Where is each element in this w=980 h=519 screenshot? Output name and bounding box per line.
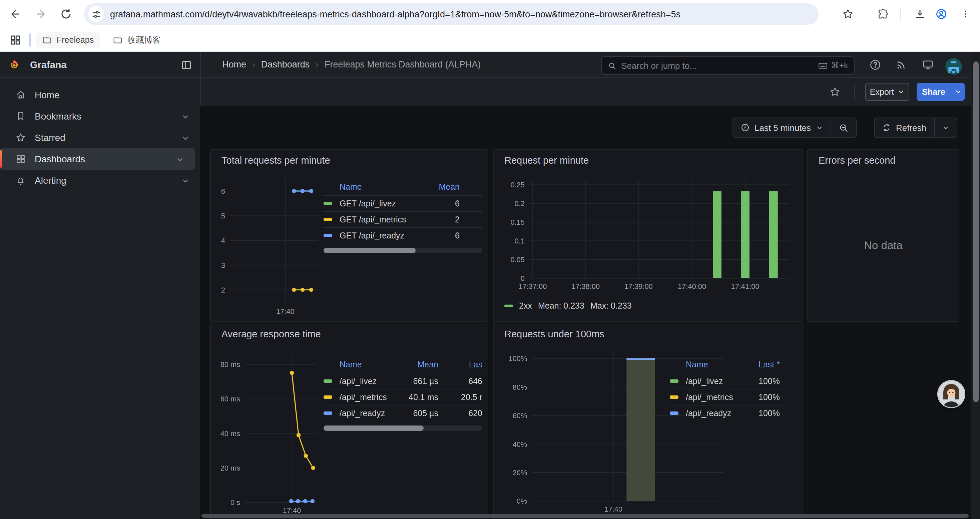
search-input[interactable]: Search or jump to... ⌘+k <box>601 56 854 75</box>
legend-stat: Max: 0.233 <box>590 301 632 311</box>
sidebar-item-starred[interactable]: Starred <box>0 127 200 148</box>
svg-text:0.15: 0.15 <box>510 218 524 227</box>
grafana-brand[interactable]: Grafana <box>30 59 67 70</box>
grafana-logo-icon[interactable] <box>8 59 21 72</box>
svg-text:0.2: 0.2 <box>515 200 525 208</box>
legend-value: Mean <box>399 360 438 369</box>
scrollbar-thumb[interactable] <box>323 248 415 253</box>
search-placeholder: Search or jump to... <box>621 61 813 70</box>
panel-title[interactable]: Requests under 100ms <box>504 329 605 339</box>
bell-icon <box>15 175 26 186</box>
panel-title[interactable]: Average response time <box>221 329 321 339</box>
share-menu-button[interactable] <box>951 83 965 101</box>
refresh-button[interactable]: Refresh <box>875 118 934 137</box>
user-avatar[interactable] <box>945 58 962 75</box>
extensions-icon[interactable] <box>877 8 889 20</box>
scrollbar-thumb[interactable] <box>973 61 978 402</box>
legend-scrollbar[interactable] <box>323 248 482 253</box>
panel-title[interactable]: Request per minute <box>504 155 589 166</box>
url-text[interactable]: grafana.mathmast.com/d/deytv4rwavabkb/fr… <box>110 9 819 19</box>
scrollbar-thumb[interactable] <box>323 425 424 431</box>
chevron-down-icon[interactable] <box>181 134 189 142</box>
sidebar-item-home[interactable]: Home <box>0 84 200 105</box>
legend-item[interactable]: 2xxMean: 0.233Max: 0.233 <box>504 301 632 311</box>
svg-text:17:41:00: 17:41:00 <box>731 282 759 291</box>
refresh-icon <box>882 123 891 132</box>
chevron-down-icon <box>942 124 949 131</box>
bookmarks-bar: Freeleaps 收藏博客 <box>0 28 980 52</box>
site-info-icon[interactable] <box>88 6 104 22</box>
refresh-interval-button[interactable] <box>934 118 956 137</box>
legend-row[interactable]: /api/_metrics100% <box>670 389 788 405</box>
legend-scrollbar[interactable] <box>323 425 482 431</box>
series-swatch <box>323 380 340 383</box>
export-button[interactable]: Export <box>865 83 909 101</box>
svg-text:0.1: 0.1 <box>515 237 525 245</box>
svg-text:80%: 80% <box>513 383 527 391</box>
help-icon[interactable] <box>869 59 881 71</box>
panel-title[interactable]: Errors per second <box>819 155 896 166</box>
dashboard-actions-bar: Export Share <box>200 78 971 105</box>
legend-row[interactable]: /api/_livez100% <box>670 373 788 389</box>
download-icon[interactable] <box>914 8 926 20</box>
svg-text:0 s: 0 s <box>231 498 240 507</box>
bookmarks-divider <box>29 34 31 47</box>
legend-header: NameMean <box>323 179 482 195</box>
grafana-app: Grafana Home › Dashboards › Freeleaps Me… <box>0 52 980 519</box>
search-shortcut: ⌘+k <box>818 61 848 70</box>
address-bar[interactable]: grafana.mathmast.com/d/deytv4rwavabkb/fr… <box>84 3 819 25</box>
bookmark-star-icon[interactable] <box>842 8 854 20</box>
chevron-down-icon[interactable] <box>176 155 184 163</box>
time-range-picker[interactable]: Last 5 minutes <box>733 118 830 137</box>
browser-menu-icon[interactable] <box>961 8 970 20</box>
legend-name: GET /api/_metrics <box>340 215 420 224</box>
legend-name: Name <box>340 360 399 369</box>
horizontal-scrollbar[interactable] <box>202 514 969 517</box>
legend-row[interactable]: GET /api/_readyz6 <box>323 227 482 243</box>
legend-value: 100% <box>741 376 780 386</box>
clock-icon <box>740 123 750 132</box>
legend-row[interactable]: /api/_readyz605 µs620 <box>323 405 482 421</box>
svg-text:60 ms: 60 ms <box>221 395 240 403</box>
sidebar-item-dashboards[interactable]: Dashboards <box>0 148 195 170</box>
back-icon[interactable] <box>10 8 21 20</box>
sidebar-item-alerting[interactable]: Alerting <box>0 170 200 191</box>
profile-icon[interactable] <box>935 8 947 20</box>
sidebar-item-bookmarks[interactable]: Bookmarks <box>0 105 200 127</box>
legend-row[interactable]: GET /api/_livez6 <box>323 195 482 211</box>
series-swatch <box>323 202 340 205</box>
legend-row[interactable]: /api/_readyz100% <box>670 405 788 421</box>
panel-request-per-minute: Request per minute 0.250.20.150.10.05017… <box>493 149 803 322</box>
chevron-down-icon[interactable] <box>181 176 189 184</box>
zoom-out-icon <box>838 123 848 133</box>
folder-icon <box>42 35 52 45</box>
panel-legend: NameMeanGET /api/_livez6GET /api/_metric… <box>323 179 482 253</box>
legend-name: Name <box>340 182 420 192</box>
reload-icon[interactable] <box>60 8 72 20</box>
actions-divider <box>854 84 854 99</box>
mega-menu-toggle-icon[interactable] <box>181 59 192 71</box>
bookmark-folder-blogs[interactable]: 收藏博客 <box>107 32 167 48</box>
vertical-scrollbar[interactable] <box>971 52 980 519</box>
forward-icon[interactable] <box>35 8 47 20</box>
news-rss-icon[interactable] <box>895 59 907 71</box>
breadcrumb-dashboards[interactable]: Dashboards <box>261 59 310 69</box>
legend-row[interactable]: /api/_metrics40.1 ms20.5 r <box>323 389 482 405</box>
breadcrumb-home[interactable]: Home <box>222 59 246 69</box>
chevron-down-icon[interactable] <box>181 112 189 120</box>
legend-value: 6 <box>420 199 460 208</box>
panel-title[interactable]: Total requests per minute <box>221 155 330 166</box>
legend-name: GET /api/_readyz <box>340 231 420 240</box>
zoom-out-button[interactable] <box>830 118 856 137</box>
svg-text:17:37:00: 17:37:00 <box>519 282 547 291</box>
legend-name: GET /api/_livez <box>340 199 420 208</box>
assistant-avatar[interactable] <box>937 380 965 408</box>
monitor-icon[interactable] <box>922 59 934 71</box>
apps-grid-icon[interactable] <box>10 34 21 46</box>
favorite-star-icon[interactable] <box>829 86 841 97</box>
legend-value: Mean <box>420 182 460 192</box>
share-button[interactable]: Share <box>916 83 951 101</box>
legend-row[interactable]: /api/_livez661 µs646 <box>323 373 482 389</box>
legend-row[interactable]: GET /api/_metrics2 <box>323 211 482 227</box>
bookmark-folder-freeleaps[interactable]: Freeleaps <box>36 32 100 48</box>
